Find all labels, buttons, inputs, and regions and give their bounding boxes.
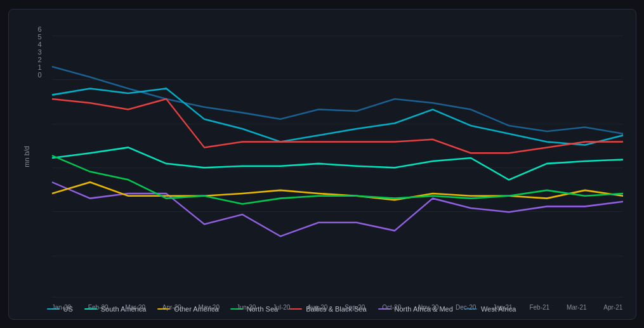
x-label-feb20: Feb-20 [88,304,108,311]
line-north-sea [52,155,623,204]
x-label-mar21: Mar-21 [567,304,587,311]
x-label-jan21: Jan-21 [493,304,513,311]
chart-area: mn b/d 6 5 4 3 2 1 0 [22,22,623,298]
y-tick-5: 5 [37,33,41,41]
x-label-apr20: Apr-20 [162,304,181,311]
y-tick-2: 2 [37,56,41,63]
x-label-nov20: Nov-20 [418,304,438,311]
x-label-jun20: Jun-20 [237,304,256,311]
line-west-africa [52,67,623,134]
y-tick-3: 3 [37,48,41,56]
y-tick-0: 0 [37,71,41,79]
x-label-may20: May-20 [199,304,220,311]
x-label-jul20: Jul-20 [273,304,290,311]
x-label-dec20: Dec-20 [456,304,476,311]
x-label-oct20: Oct-20 [382,304,401,311]
y-axis: 6 5 4 3 2 1 0 [22,22,47,95]
y-tick-4: 4 [37,41,41,48]
y-tick-1: 1 [37,63,41,71]
x-label-mar20: Mar-20 [125,304,145,311]
y-tick-6: 6 [37,25,41,33]
line-south-america [52,147,623,180]
line-baltics [52,98,623,152]
line-us [52,88,623,145]
grid-line-0 [52,297,623,298]
x-label-aug20: Aug-20 [307,304,327,311]
x-axis-labels: Jan-20 Feb-20 Mar-20 Apr-20 May-20 Jun-2… [52,304,623,311]
x-label-sep20: Sep-20 [345,304,365,311]
x-label-jan20: Jan-20 [52,304,72,311]
plot-area: Jan-20 Feb-20 Mar-20 Apr-20 May-20 Jun-2… [52,22,623,298]
y-axis-title: mn b/d [23,146,30,167]
x-label-feb21: Feb-21 [529,304,549,311]
x-label-apr21: Apr-21 [603,304,622,311]
chart-container: mn b/d 6 5 4 3 2 1 0 [8,9,636,320]
chart-svg [52,22,623,297]
line-north-africa [52,182,623,236]
